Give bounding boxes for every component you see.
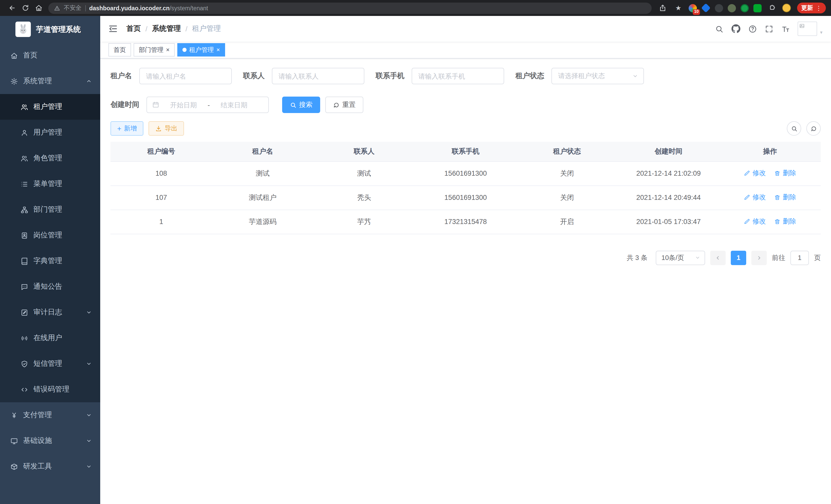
sidebar-item-audit-log[interactable]: 审计日志 (0, 299, 100, 325)
created-time-header: 创建时间 (618, 142, 719, 161)
tenant-status-select[interactable]: 请选择租户状态 (551, 68, 644, 84)
start-date-input[interactable] (161, 101, 206, 109)
sidebar-item-system-management[interactable]: 系统管理 (0, 68, 100, 94)
active-tag-dot (182, 48, 187, 52)
goto-page-input[interactable] (791, 250, 809, 265)
status-header: 租户状态 (516, 142, 618, 161)
help-icon[interactable] (748, 24, 757, 33)
chevron-down-icon (86, 361, 92, 367)
browser-menu-dots-icon[interactable]: ⋮ (815, 4, 822, 11)
date-range-separator: - (208, 101, 210, 109)
sidebar-item-home[interactable]: 首页 (0, 42, 100, 68)
delete-button[interactable]: 删除 (774, 217, 796, 226)
cell-actions: 修改删除 (719, 161, 821, 185)
extensions-puzzle-icon[interactable] (766, 2, 778, 13)
sidebar-item-infrastructure[interactable]: 基础设施 (0, 428, 100, 454)
edit-icon (744, 194, 751, 201)
browser-profile-avatar[interactable] (782, 4, 791, 12)
code-icon (21, 386, 28, 393)
end-date-input[interactable] (212, 101, 256, 109)
breadcrumb-system-management[interactable]: 系统管理 (152, 24, 181, 33)
sidebar-item-post-management[interactable]: 岗位管理 (0, 223, 100, 248)
add-button[interactable]: + 新增 (111, 121, 143, 136)
browser-reload-icon[interactable] (19, 1, 32, 14)
sidebar-item-error-code-management[interactable]: 错误码管理 (0, 377, 100, 402)
contact-input[interactable] (272, 68, 364, 84)
breadcrumb-home[interactable]: 首页 (126, 24, 141, 33)
log-icon (21, 308, 28, 316)
fullscreen-icon[interactable] (765, 24, 773, 33)
sidebar-item-department-management[interactable]: 部门管理 (0, 197, 100, 223)
page-size-select[interactable]: 10条/页 (656, 250, 705, 265)
search-button[interactable]: 搜索 (282, 97, 320, 113)
export-button[interactable]: 导出 (148, 121, 184, 136)
mobile-input[interactable] (412, 68, 504, 84)
sidebar-item-role-management[interactable]: 角色管理 (0, 145, 100, 171)
edit-button[interactable]: 修改 (744, 169, 766, 178)
home-icon (10, 52, 18, 59)
toggle-search-button[interactable] (787, 121, 801, 136)
delete-button[interactable]: 删除 (774, 169, 796, 178)
font-size-icon[interactable] (781, 24, 790, 33)
top-navbar: 首页 / 系统管理 / 租户管理 ▼ (100, 16, 831, 41)
create-time-range-picker[interactable]: - (146, 97, 269, 113)
extension-icon-5[interactable] (741, 4, 749, 12)
delete-button[interactable]: 删除 (774, 193, 796, 202)
edit-button[interactable]: 修改 (744, 217, 766, 226)
browser-update-button[interactable]: 更新 ⋮ (797, 3, 826, 13)
cell-contact: 秃头 (314, 185, 415, 210)
sidebar-item-menu-management[interactable]: 菜单管理 (0, 171, 100, 197)
share-icon[interactable] (657, 2, 668, 13)
extension-icon-2[interactable] (701, 3, 711, 13)
chat-icon (21, 283, 28, 291)
cell-actions: 修改删除 (719, 185, 821, 210)
sidebar-item-tenant-management[interactable]: 租户管理 (0, 94, 100, 120)
sidebar-item-user-management[interactable]: 用户管理 (0, 120, 100, 145)
search-icon (791, 125, 797, 132)
browser-address-bar[interactable]: 不安全 dashboard.yudao.iocoder.cn/system/te… (48, 2, 652, 13)
system-management-submenu: 租户管理 用户管理 角色管理 菜单管理 (0, 94, 100, 402)
tenant-table: 租户编号 租户名 联系人 联系手机 租户状态 创建时间 操作 108 测试 (111, 142, 821, 234)
sidebar-item-dev-tools[interactable]: 研发工具 (0, 454, 100, 479)
prev-page-button[interactable] (710, 250, 726, 265)
refresh-table-button[interactable] (806, 121, 821, 136)
sidebar-item-sms-management[interactable]: 短信管理 (0, 351, 100, 377)
browser-chrome: 不安全 dashboard.yudao.iocoder.cn/system/te… (0, 0, 831, 16)
tag-home[interactable]: 首页 (109, 43, 131, 57)
extension-icon-6[interactable] (753, 4, 762, 12)
cell-mobile: 15601691300 (415, 161, 516, 185)
chevron-down-icon (86, 412, 92, 418)
search-icon (290, 101, 296, 108)
app-logo[interactable]: 芋道管理系统 (0, 16, 100, 42)
sidebar: 芋道管理系统 首页 系统管理 租户管理 (0, 16, 100, 504)
caret-down-icon: ▼ (819, 31, 823, 36)
header-search-icon[interactable] (715, 24, 724, 33)
next-page-button[interactable] (751, 250, 767, 265)
tag-close-icon[interactable]: × (166, 47, 170, 53)
page-number-button[interactable]: 1 (731, 250, 746, 265)
browser-home-icon[interactable] (32, 1, 45, 14)
tag-department-management[interactable]: 部门管理 × (134, 43, 175, 57)
tag-tenant-management[interactable]: 租户管理 × (177, 43, 225, 57)
filter-row-2: 创建时间 - 搜索 重置 (111, 97, 821, 113)
bookmark-star-icon[interactable]: ★ (673, 2, 684, 13)
user-avatar-menu[interactable]: ▼ (798, 22, 823, 36)
sidebar-item-dict-management[interactable]: 字典管理 (0, 248, 100, 274)
extension-icon-4[interactable] (728, 4, 736, 12)
tag-close-icon[interactable]: × (217, 47, 220, 53)
sidebar-item-online-users[interactable]: 在线用户 (0, 325, 100, 351)
reset-button[interactable]: 重置 (325, 97, 363, 113)
app-title: 芋道管理系统 (36, 24, 81, 34)
sidebar-item-notice[interactable]: 通知公告 (0, 274, 100, 299)
browser-back-icon[interactable] (5, 1, 19, 14)
github-icon[interactable] (731, 24, 741, 33)
extension-icon-1[interactable]: 10 (689, 4, 697, 12)
tags-view: 首页 部门管理 × 租户管理 × (100, 41, 831, 59)
tenant-name-input[interactable] (139, 68, 232, 84)
extension-icon-3[interactable] (715, 4, 723, 12)
sidebar-item-payment-management[interactable]: 支付管理 (0, 402, 100, 428)
filter-row-1: 租户名 联系人 联系手机 租户状态 请选择租户状态 (111, 68, 821, 84)
edit-button[interactable]: 修改 (744, 193, 766, 202)
collapse-sidebar-icon[interactable] (108, 24, 118, 34)
chevron-down-icon (86, 438, 92, 444)
